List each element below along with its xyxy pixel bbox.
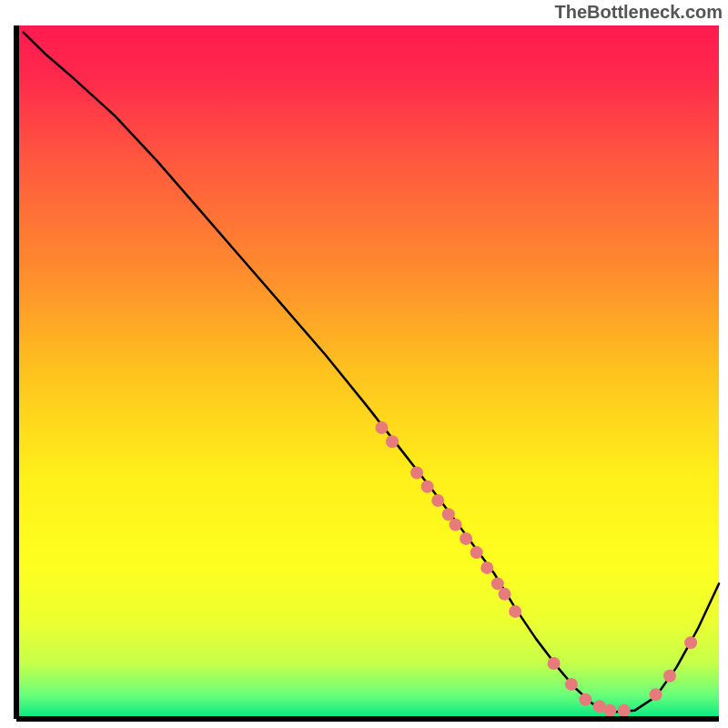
- data-point: [480, 561, 493, 574]
- data-point: [421, 480, 434, 493]
- data-point: [375, 421, 388, 434]
- data-point: [450, 519, 462, 531]
- data-point: [460, 532, 472, 545]
- data-point: [431, 494, 444, 507]
- bottleneck-chart: [0, 0, 728, 728]
- data-point: [442, 508, 455, 521]
- data-point: [386, 435, 399, 448]
- chart-background: [16, 25, 719, 719]
- data-point: [663, 670, 676, 682]
- data-point: [684, 636, 697, 649]
- data-point: [579, 693, 592, 706]
- data-point: [491, 577, 504, 590]
- data-point: [548, 657, 561, 670]
- data-point: [509, 605, 521, 618]
- data-point: [618, 704, 631, 717]
- data-point: [650, 688, 662, 701]
- watermark: TheBottleneck.com: [555, 2, 723, 23]
- data-point: [499, 588, 511, 601]
- data-point: [410, 466, 423, 479]
- data-point: [603, 704, 616, 717]
- data-point: [470, 546, 483, 559]
- data-point: [565, 678, 578, 691]
